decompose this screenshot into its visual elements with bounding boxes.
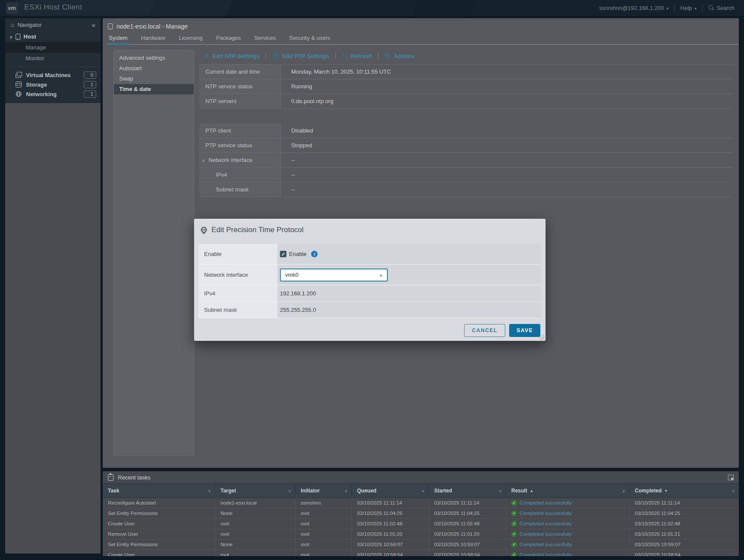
setting-row: PTP client Disabled (199, 123, 733, 138)
sidebar-item-virtual-machines[interactable]: Virtual Machines 0 (5, 70, 101, 80)
subnav-item-advanced-settings[interactable]: Advanced settings (114, 53, 194, 63)
count-badge: 1 (84, 81, 96, 88)
sidebar-item-networking[interactable]: Networking 1 (5, 89, 101, 99)
cancel-button[interactable]: CANCEL (464, 324, 505, 337)
success-icon (511, 542, 517, 547)
setting-row: IPv4 -- (199, 168, 733, 182)
column-filter-icon[interactable] (422, 488, 425, 494)
column-filter-icon[interactable] (208, 488, 211, 494)
form-row-enable: Enable Enable i (198, 244, 541, 265)
network-icon (16, 91, 22, 97)
page-title-row: node1-esxi.local - Manage (103, 18, 739, 30)
search-button[interactable]: Search (708, 5, 734, 11)
top-bar: vm ESXi Host Client ssnrshnn@192.168.1.2… (0, 0, 744, 16)
divider (378, 52, 378, 59)
recent-tasks-title: Recent tasks (118, 474, 150, 481)
count-badge: 0 (84, 71, 96, 79)
button-label: Edit NTP Settings (213, 53, 260, 59)
subnav-item-time-date[interactable]: Time & date (114, 84, 194, 94)
pencil-icon (204, 52, 209, 60)
column-header-started[interactable]: Started (429, 484, 506, 498)
tab-packages[interactable]: Packages (215, 34, 242, 44)
task-row[interactable]: Create User root root 03/10/2025 11:02:4… (103, 519, 739, 529)
tab-services[interactable]: Services (253, 34, 277, 44)
setting-row: NTP servers 0.de.pool.ntp.org (199, 94, 733, 109)
recent-tasks-header: Recent tasks (103, 471, 739, 483)
column-filter-icon[interactable] (622, 488, 625, 494)
globe-clock-icon (272, 53, 279, 59)
collapse-sidebar-icon[interactable] (92, 21, 95, 29)
expand-panel-icon[interactable] (728, 475, 734, 480)
checkbox-label: Enable (289, 251, 306, 257)
divider (674, 4, 675, 12)
button-label: Actions (394, 53, 415, 59)
result-link[interactable]: Completed successfully (520, 550, 572, 556)
subnav-item-swap[interactable]: Swap (114, 74, 194, 84)
tab-bar: System Hardware Licensing Packages Servi… (108, 34, 739, 45)
column-header-initiator[interactable]: Initiator (296, 484, 352, 498)
setting-row: Subnet mask -- (199, 182, 733, 197)
page-title: node1-esxi.local - Manage (117, 23, 188, 30)
navigator-header: Navigator (5, 18, 101, 31)
column-header-target[interactable]: Target (215, 484, 296, 498)
sidebar-item-monitor[interactable]: Monitor (5, 53, 101, 64)
tab-security-users[interactable]: Security & users (289, 34, 331, 44)
result-link[interactable]: Completed successfully (520, 529, 572, 539)
network-interface-select[interactable]: vmk0 (280, 269, 388, 282)
tab-hardware[interactable]: Hardware (140, 34, 166, 44)
save-button[interactable]: SAVE (509, 324, 540, 337)
result-link[interactable]: Completed successfully (520, 508, 572, 518)
tab-licensing[interactable]: Licensing (178, 34, 204, 44)
globe-clock-icon (200, 227, 208, 234)
setting-value: Monday, March 10, 2025, 10:11:55 UTC (281, 65, 733, 79)
button-label: Edit PTP Settings (282, 53, 329, 59)
tab-system[interactable]: System (108, 34, 128, 44)
column-header-result[interactable]: Result▲ (506, 484, 630, 498)
column-header-task[interactable]: Task (103, 484, 215, 498)
enable-checkbox[interactable] (280, 251, 286, 257)
result-link[interactable]: Completed successfully (520, 540, 572, 550)
ipv4-value: 192.168.1.200 (277, 285, 541, 301)
result-link[interactable]: Completed successfully (520, 519, 572, 529)
setting-row: PTP service status Stopped (199, 138, 733, 153)
settings-toolbar: Edit NTP Settings Edit PTP Settings Refr… (199, 50, 733, 62)
topbar-decoration (148, 0, 233, 16)
column-filter-icon[interactable] (499, 488, 502, 494)
column-header-completed[interactable]: Completed▼ (630, 484, 739, 498)
system-subnav: Advanced settings Autostart Swap Time & … (114, 50, 194, 456)
column-filter-icon[interactable] (732, 488, 735, 494)
refresh-button[interactable]: Refresh (342, 52, 372, 60)
task-row[interactable]: Remove User root root 03/10/2025 11:01:2… (103, 529, 739, 540)
task-row[interactable]: Set Entity Permissions None root 03/10/2… (103, 508, 739, 519)
resource-label: Storage (26, 81, 47, 88)
chevron-down-icon[interactable] (10, 33, 13, 40)
actions-button[interactable]: Actions (384, 52, 414, 60)
divider (702, 4, 703, 12)
setting-row: NTP service status Running (199, 79, 733, 94)
sidebar-item-host[interactable]: Host (5, 31, 101, 42)
result-link[interactable]: Completed successfully (520, 498, 572, 508)
column-filter-icon[interactable] (288, 488, 291, 494)
edit-ntp-settings-button[interactable]: Edit NTP Settings (204, 52, 260, 60)
task-row[interactable]: Reconfigure Autostart node1-esxi.local s… (103, 498, 739, 508)
info-icon[interactable]: i (311, 251, 318, 257)
task-row[interactable]: Create User root root 03/10/2025 10:58:5… (103, 550, 739, 556)
subnet-mask-value: 255.255.255.0 (277, 302, 541, 318)
column-filter-icon[interactable] (344, 488, 348, 494)
sidebar-item-manage[interactable]: Manage (5, 42, 101, 53)
column-header-queued[interactable]: Queued (352, 484, 429, 498)
clipboard-check-icon (108, 474, 114, 481)
setting-row: Current date and time Monday, March 10, … (199, 65, 733, 79)
sidebar-item-storage[interactable]: Storage 1 (5, 80, 101, 89)
form-row-ipv4: IPv4 192.168.1.200 (198, 285, 541, 302)
user-menu[interactable]: ssnrshnn@192.168.1.200 (599, 5, 669, 11)
help-menu[interactable]: Help (680, 5, 697, 11)
dialog-form: Enable Enable i Network interface vmk0 I… (198, 244, 541, 318)
chevron-down-icon[interactable] (202, 157, 206, 163)
chevron-down-icon (380, 272, 383, 278)
setting-label: NTP service status (199, 79, 281, 94)
dialog-resize-handle[interactable] (540, 335, 545, 340)
edit-ptp-settings-button[interactable]: Edit PTP Settings (272, 53, 329, 59)
subnav-item-autostart[interactable]: Autostart (114, 63, 194, 74)
task-row[interactable]: Set Entity Permissions None root 03/10/2… (103, 540, 739, 550)
